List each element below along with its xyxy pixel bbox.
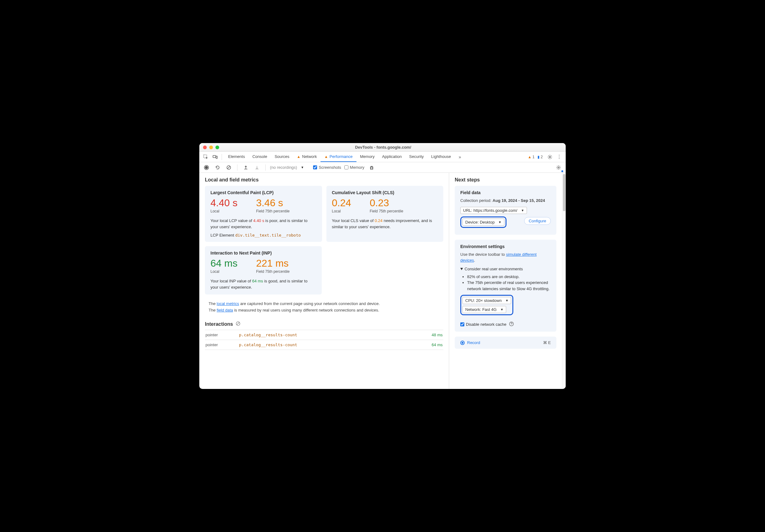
interactions-heading-row: Interactions — [205, 321, 443, 327]
issues-info-badge[interactable]: ▮ 2 — [537, 155, 543, 159]
env-details[interactable]: Consider real user environments 82% of u… — [460, 267, 551, 292]
side-panel: Next steps Field data Collection period:… — [449, 173, 562, 389]
record-label: Record — [467, 340, 480, 345]
cls-local-label: Local — [332, 209, 351, 213]
chevron-down-icon: ▼ — [301, 166, 304, 169]
network-throttle-select[interactable]: Network: Fast 4G▼ — [462, 306, 506, 313]
disable-cache-label: Disable network cache — [466, 322, 506, 327]
env-details-summary[interactable]: Consider real user environments — [460, 267, 551, 271]
chevron-down-icon: ▼ — [505, 299, 508, 302]
cpu-throttle-select[interactable]: CPU: 20× slowdown▼ — [462, 297, 511, 304]
url-select[interactable]: URL: https://fonts.google.com/▼ — [460, 207, 527, 214]
env-title: Environment settings — [460, 244, 551, 249]
lcp-local-value: 4.40 s — [211, 197, 238, 208]
recordings-select[interactable]: (no recordings) ▼ — [270, 165, 304, 170]
tab-label: Sources — [275, 154, 290, 159]
chevron-down-icon: ▼ — [500, 308, 503, 311]
interactions-heading: Interactions — [205, 321, 233, 327]
tab-performance[interactable]: ▲Performance — [321, 152, 356, 162]
nextsteps-heading: Next steps — [455, 177, 556, 183]
svg-rect-1 — [213, 155, 216, 157]
record-icon — [460, 341, 465, 345]
collection-period: Collection period: Aug 19, 2024 - Sep 15… — [460, 197, 551, 204]
svg-point-4 — [205, 166, 208, 169]
garbage-collect-icon[interactable] — [368, 163, 376, 171]
settings-gear-icon[interactable] — [546, 153, 554, 161]
devtools-window: DevTools - fonts.google.com/ ElementsCon… — [199, 143, 566, 389]
warning-icon: ▲ — [297, 154, 301, 159]
screenshots-label: Screenshots — [319, 165, 341, 170]
record-button[interactable]: Record — [460, 340, 480, 345]
tab-elements[interactable]: Elements — [225, 152, 249, 162]
device-select-highlight: Device: Desktop▼ — [460, 216, 506, 228]
traffic-lights — [199, 145, 219, 149]
disable-cache-checkbox[interactable]: Disable network cache — [460, 322, 506, 327]
lcp-title: Largest Contentful Paint (LCP) — [211, 190, 317, 195]
interactions-table: pointerp.catalog__results-count48 mspoin… — [205, 330, 443, 350]
download-icon[interactable] — [253, 163, 261, 171]
tab-security[interactable]: Security — [405, 152, 427, 162]
separator — [237, 164, 238, 171]
tab-label: Console — [252, 154, 267, 159]
tab-network[interactable]: ▲Network — [293, 152, 321, 162]
tab-label: Network — [302, 154, 317, 159]
issues-warn-badge[interactable]: ▲ 1 — [528, 155, 535, 159]
info-icon: ▮ — [537, 155, 540, 159]
titlebar: DevTools - fonts.google.com/ — [199, 143, 566, 152]
close-window[interactable] — [203, 145, 207, 149]
upload-icon[interactable] — [242, 163, 250, 171]
scrollbar[interactable] — [562, 173, 566, 389]
recordings-placeholder: (no recordings) — [270, 165, 297, 170]
zoom-window[interactable] — [216, 145, 219, 149]
field-data-link[interactable]: field data — [217, 308, 233, 313]
screenshots-checkbox[interactable]: Screenshots — [313, 165, 341, 170]
scrollbar-thumb[interactable] — [563, 174, 565, 211]
tab-label: Application — [382, 154, 402, 159]
tab-application[interactable]: Application — [378, 152, 405, 162]
more-tabs-icon[interactable]: » — [456, 153, 464, 161]
tab-lighthouse[interactable]: Lighthouse — [427, 152, 455, 162]
kebab-menu-icon[interactable]: ⋮ — [555, 153, 563, 161]
lcp-element-row[interactable]: LCP Element div.tile__text.tile__roboto — [211, 233, 317, 237]
field-data-title: Field data — [460, 190, 551, 195]
configure-button[interactable]: Configure — [524, 217, 551, 225]
inp-local-label: Local — [211, 269, 238, 274]
env-bullet: 82% of users are on desktop. — [467, 274, 551, 280]
inp-description: Your local INP value of 64 ms is good, a… — [211, 278, 316, 290]
record-icon[interactable] — [202, 163, 211, 171]
clear-interactions-icon[interactable] — [236, 321, 241, 327]
svg-point-3 — [549, 156, 550, 157]
interaction-row[interactable]: pointerp.catalog__results-count64 ms — [205, 340, 443, 350]
inp-local-value: 64 ms — [211, 258, 238, 269]
capture-settings-gear-icon[interactable] — [554, 163, 563, 171]
svg-rect-2 — [216, 156, 217, 158]
minimize-window[interactable] — [209, 145, 213, 149]
lcp-element-selector: div.tile__text.tile__roboto — [235, 233, 301, 237]
issues-warn-count: 1 — [532, 155, 535, 159]
device-toolbar-icon[interactable] — [211, 153, 219, 161]
inp-card: Interaction to Next Paint (INP) 64 ms Lo… — [205, 246, 322, 295]
reload-record-icon[interactable] — [214, 163, 222, 171]
device-select[interactable]: Device: Desktop▼ — [462, 219, 504, 226]
local-metrics-link[interactable]: local metrics — [217, 301, 239, 306]
cls-description: Your local CLS value of 0.24 needs impro… — [332, 218, 438, 230]
env-bullet-list: 82% of users are on desktop.The 75th per… — [467, 274, 551, 292]
lcp-card: Largest Contentful Paint (LCP) 4.40 s Lo… — [205, 186, 322, 242]
chevron-down-icon: ▼ — [498, 220, 501, 224]
help-icon[interactable] — [509, 321, 514, 327]
inp-title: Interaction to Next Paint (INP) — [211, 250, 316, 255]
interaction-time: 48 ms — [408, 330, 443, 340]
tab-label: Lighthouse — [431, 154, 451, 159]
clear-icon[interactable] — [225, 163, 233, 171]
cls-title: Cumulative Layout Shift (CLS) — [332, 190, 438, 195]
memory-checkbox[interactable]: Memory — [345, 165, 365, 170]
tab-console[interactable]: Console — [249, 152, 271, 162]
performance-toolbar: (no recordings) ▼ Screenshots Memory — [199, 162, 566, 173]
tab-sources[interactable]: Sources — [271, 152, 293, 162]
interaction-row[interactable]: pointerp.catalog__results-count48 ms — [205, 330, 443, 340]
tab-memory[interactable]: Memory — [357, 152, 379, 162]
record-shortcut: ⌘ E — [543, 340, 551, 345]
inspect-element-icon[interactable] — [202, 153, 210, 161]
inp-field-value: 221 ms — [256, 258, 290, 269]
window-title: DevTools - fonts.google.com/ — [219, 145, 547, 149]
